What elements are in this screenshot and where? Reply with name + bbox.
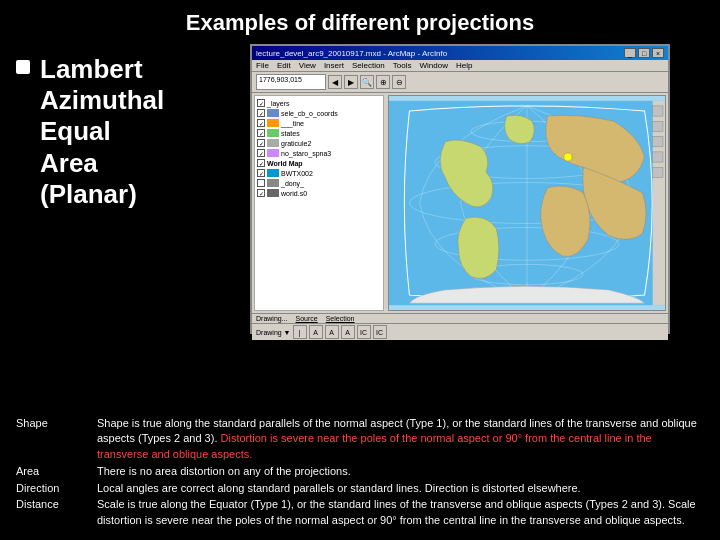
distance-text-row: Scale is true along the Equator (Type 1)… <box>97 497 704 528</box>
right-panel: lecture_devel_arc9_20010917.mxd - ArcMap… <box>216 44 704 410</box>
toc-item: no_staro_spna3 <box>257 148 381 158</box>
drawing-dropdown[interactable]: Drawing ▼ <box>256 329 291 336</box>
arcmap-menubar: File Edit View Insert Selection Tools Wi… <box>252 60 668 72</box>
page: Examples of different projections Lamber… <box>0 0 720 540</box>
bottom-labels: Area Direction Distance <box>16 463 81 528</box>
toc-item: BWTX002 <box>257 168 381 178</box>
maximize-button[interactable]: □ <box>638 48 650 58</box>
menu-view[interactable]: View <box>299 61 316 70</box>
toolbar-icon-3[interactable]: 🔍 <box>360 75 374 89</box>
arcmap-toolbar: 1776,903,015 ◀ ▶ 🔍 ⊕ ⊖ <box>252 72 668 93</box>
direction-text-row: Local angles are correct along standard … <box>97 480 704 497</box>
drawing-tool-5[interactable]: IC <box>357 325 371 339</box>
toc-label: states <box>281 130 300 137</box>
toolbar-icon-2[interactable]: ▶ <box>344 75 358 89</box>
svg-rect-12 <box>653 167 663 177</box>
drawing-tool-3[interactable]: A <box>325 325 339 339</box>
distance-label: Distance <box>16 497 81 512</box>
toc-label: World Map <box>267 160 303 167</box>
status-source[interactable]: Source <box>296 315 318 322</box>
toc-panel: _layers sele_cb_o_coords ___tine <box>254 95 384 311</box>
toc-item: sele_cb_o_coords <box>257 108 381 118</box>
toolbar-icon-1[interactable]: ◀ <box>328 75 342 89</box>
toc-checkbox[interactable] <box>257 139 265 147</box>
toc-color <box>267 189 279 197</box>
arcmap-window-controls: _ □ × <box>624 48 664 58</box>
content-area: Lambert Azimuthal Equal Area (Planar) le… <box>16 44 704 410</box>
drawing-tool-4[interactable]: A <box>341 325 355 339</box>
shape-label: Shape <box>16 416 81 462</box>
toc-checkbox[interactable] <box>257 129 265 137</box>
close-button[interactable]: × <box>652 48 664 58</box>
other-descriptions: Area Direction Distance There is no area… <box>16 463 704 528</box>
toc-label: worid.s0 <box>281 190 307 197</box>
toc-item: ___tine <box>257 118 381 128</box>
toc-checkbox[interactable] <box>257 109 265 117</box>
area-label: Area <box>16 463 81 480</box>
toc-checkbox[interactable] <box>257 99 265 107</box>
toc-color <box>267 179 279 187</box>
bullet-item: Lambert Azimuthal Equal Area (Planar) <box>16 54 164 210</box>
area-text-row: There is no area distortion on any of th… <box>97 463 704 480</box>
minimize-button[interactable]: _ <box>624 48 636 58</box>
shape-text: Shape is true along the standard paralle… <box>97 416 704 462</box>
toc-label: graticule2 <box>281 140 311 147</box>
direction-text: Local angles are correct along standard … <box>97 480 581 497</box>
menu-insert[interactable]: Insert <box>324 61 344 70</box>
toc-checkbox[interactable] <box>257 159 265 167</box>
drawing-tool-2[interactable]: A <box>309 325 323 339</box>
toc-item: World Map <box>257 158 381 168</box>
toc-color <box>267 149 279 157</box>
bottom-content: There is no area distortion on any of th… <box>97 463 704 528</box>
direction-label: Direction <box>16 480 81 497</box>
projection-title: Lambert Azimuthal Equal Area (Planar) <box>40 54 164 210</box>
drawing-tool-6[interactable]: IC <box>373 325 387 339</box>
menu-edit[interactable]: Edit <box>277 61 291 70</box>
svg-rect-11 <box>653 152 663 162</box>
toc-item: graticule2 <box>257 138 381 148</box>
toc-item: states <box>257 128 381 138</box>
toc-checkbox[interactable] <box>257 149 265 157</box>
toc-label: BWTX002 <box>281 170 313 177</box>
toolbar-icon-4[interactable]: ⊕ <box>376 75 390 89</box>
toc-color <box>267 109 279 117</box>
toc-color <box>267 129 279 137</box>
toc-color <box>267 169 279 177</box>
arcmap-body: _layers sele_cb_o_coords ___tine <box>252 93 668 313</box>
toolbar-icon-5[interactable]: ⊖ <box>392 75 406 89</box>
bullet-icon <box>16 60 30 74</box>
menu-window[interactable]: Window <box>420 61 448 70</box>
toc-checkbox[interactable] <box>257 189 265 197</box>
map-view[interactable] <box>388 95 666 311</box>
toc-item: _layers <box>257 98 381 108</box>
svg-point-6 <box>564 153 572 161</box>
menu-tools[interactable]: Tools <box>393 61 412 70</box>
page-title: Examples of different projections <box>16 10 704 36</box>
distance-text: Scale is true along the Equator (Type 1)… <box>97 497 704 528</box>
arcmap-statusbar: Drawing... Source Selection <box>252 313 668 323</box>
toc-label: _layers <box>267 100 290 107</box>
toc-label: ___tine <box>281 120 304 127</box>
menu-file[interactable]: File <box>256 61 269 70</box>
status-drawing: Drawing... <box>256 315 288 322</box>
toc-checkbox[interactable] <box>257 169 265 177</box>
toc-checkbox[interactable] <box>257 179 265 187</box>
toc-label: sele_cb_o_coords <box>281 110 338 117</box>
toc-label: _dony_ <box>281 180 304 187</box>
menu-selection[interactable]: Selection <box>352 61 385 70</box>
shape-description-row: Shape Shape is true along the standard p… <box>16 416 704 462</box>
toc-color <box>267 139 279 147</box>
map-svg <box>389 96 665 310</box>
description-area: Shape Shape is true along the standard p… <box>16 410 704 530</box>
menu-help[interactable]: Help <box>456 61 472 70</box>
toc-item: _dony_ <box>257 178 381 188</box>
svg-rect-8 <box>653 106 663 116</box>
coord-display: 1776,903,015 <box>256 74 326 90</box>
toc-label: no_staro_spna3 <box>281 150 331 157</box>
arcmap-window: lecture_devel_arc9_20010917.mxd - ArcMap… <box>250 44 670 334</box>
toc-checkbox[interactable] <box>257 119 265 127</box>
toc-item: worid.s0 <box>257 188 381 198</box>
area-text: There is no area distortion on any of th… <box>97 463 351 480</box>
drawing-tool-1[interactable]: | <box>293 325 307 339</box>
status-selection[interactable]: Selection <box>326 315 355 322</box>
